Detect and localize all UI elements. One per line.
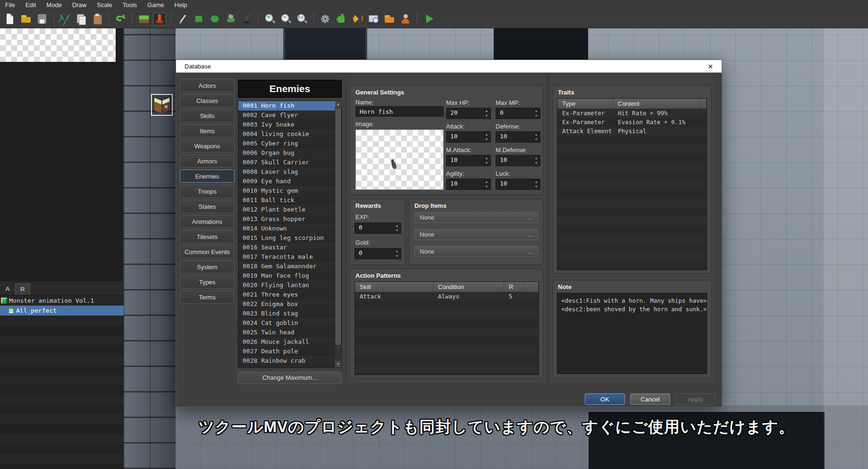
new-project-icon[interactable] [3, 12, 17, 26]
dialog-title-bar[interactable]: Database ✕ [176, 60, 722, 73]
open-project-icon[interactable] [19, 12, 33, 26]
enemy-list-item[interactable]: 0021 Three eyes [238, 290, 341, 299]
category-tab[interactable]: System [180, 260, 235, 273]
zoom-in-icon[interactable] [263, 12, 277, 26]
category-tab[interactable]: Weapons [180, 139, 235, 153]
enemy-list-item[interactable]: 0024 Cat goblin [238, 318, 341, 328]
enemy-list-item[interactable]: 0011 Ball tick [238, 196, 341, 205]
enemy-list-item[interactable]: 0003 Ivy Snake [238, 120, 341, 129]
actual-scale-icon[interactable] [295, 12, 309, 26]
enemy-image-box[interactable] [355, 129, 444, 190]
enemy-list-item[interactable]: 0016 Seastar [238, 243, 341, 252]
scroll-up-icon[interactable] [335, 101, 341, 108]
enemy-list-item[interactable]: 0018 Gem Salamannder [238, 262, 341, 271]
enemy-list-item[interactable]: 0023 Blind stag [238, 309, 341, 318]
stat-value[interactable]: 0 [500, 109, 504, 116]
rectangle-tool-icon[interactable] [192, 12, 205, 26]
menu-item[interactable]: Help [169, 0, 193, 10]
change-maximum-button[interactable]: Change Maximum... [238, 372, 342, 384]
enemy-list-item[interactable]: 0009 Eye hand [238, 177, 341, 186]
apply-button[interactable]: Apply [675, 393, 716, 405]
menu-item[interactable]: Tools [118, 0, 142, 10]
spinner-arrows-icon[interactable] [484, 179, 489, 189]
stat-value[interactable]: 10 [450, 133, 458, 140]
enemy-list-item[interactable]: 0022 Enigma box [238, 299, 341, 309]
event-searcher-icon[interactable] [367, 12, 380, 26]
action-pattern-row[interactable]: Attack Always 5 [355, 292, 539, 301]
enemy-list-item[interactable]: 0015 Long leg scorpion [238, 233, 341, 243]
undo-icon[interactable] [114, 12, 127, 26]
book-event-sprite[interactable] [151, 94, 173, 116]
category-tab[interactable]: Terms [180, 290, 235, 304]
spinner-arrows-icon[interactable] [533, 179, 539, 189]
trait-row[interactable]: Ex-Parameter Evasion Rate + 0.1% [557, 118, 707, 127]
stat-spinner[interactable]: 10 [496, 131, 540, 143]
category-tab[interactable]: Animations [180, 215, 235, 228]
exp-value[interactable]: 0 [359, 224, 362, 231]
resource-item-folder[interactable]: Monster animation Vol.1 [0, 296, 124, 306]
drop-item-button-3[interactable]: None ... [414, 246, 538, 257]
tab-r[interactable]: R [15, 283, 30, 295]
spinner-arrows-icon[interactable] [394, 223, 400, 233]
enemy-list-item[interactable]: 0005 Cyber ring [238, 139, 341, 148]
enemy-list-scrollbar[interactable] [335, 101, 341, 367]
menu-item[interactable]: File [0, 0, 20, 10]
copy-icon[interactable] [75, 12, 88, 26]
stat-spinner[interactable]: 10 [446, 155, 491, 166]
spinner-arrows-icon[interactable] [394, 249, 400, 258]
trait-row[interactable]: Attack Element Physical [557, 127, 707, 136]
menu-item[interactable]: Game [142, 0, 169, 10]
tab-a[interactable]: A [0, 283, 15, 295]
stat-value[interactable]: 10 [500, 156, 507, 163]
category-tab[interactable]: Classes [180, 94, 235, 107]
resource-item-animation[interactable]: All_perfect [0, 306, 124, 316]
gold-spinner[interactable]: 0 [354, 248, 401, 259]
trait-row[interactable]: Ex-Parameter Hit Rate + 99% [557, 109, 707, 118]
ellipse-tool-icon[interactable] [208, 12, 221, 26]
enemy-list-item[interactable]: 0017 Teracotta male [238, 252, 341, 262]
category-tab[interactable]: Skills [180, 109, 235, 122]
note-textarea[interactable]: <desc1:Fish with a horn. Many ships have… [557, 293, 707, 374]
stat-spinner[interactable]: 0 [496, 108, 540, 119]
stat-spinner[interactable]: 10 [446, 131, 491, 143]
character-generator-icon[interactable] [399, 12, 412, 26]
category-tab[interactable]: Tilesets [180, 230, 235, 243]
enemy-list-item[interactable]: 0012 Plant beetle [238, 205, 341, 214]
stat-spinner[interactable]: 20 [446, 108, 491, 119]
stat-value[interactable]: 10 [450, 156, 458, 163]
category-tab[interactable]: Items [180, 124, 235, 137]
enemy-list-item[interactable]: 0001 Horn fish [238, 101, 341, 111]
paste-icon[interactable] [91, 12, 104, 26]
scroll-down-icon[interactable] [335, 361, 341, 367]
menu-item[interactable]: Scale [92, 0, 118, 10]
name-input[interactable] [355, 106, 444, 117]
event-mode-icon[interactable] [153, 12, 166, 26]
shadow-pen-tool-icon[interactable] [240, 12, 253, 26]
close-icon[interactable]: ✕ [706, 62, 715, 71]
stat-spinner[interactable]: 10 [446, 179, 491, 190]
flood-fill-tool-icon[interactable] [224, 12, 237, 26]
database-icon[interactable] [319, 12, 332, 26]
sound-test-icon[interactable] [351, 12, 364, 26]
enemy-list-item[interactable]: 0014 Unknown [238, 224, 341, 233]
stat-value[interactable]: 20 [450, 109, 458, 116]
stat-spinner[interactable]: 10 [496, 179, 540, 190]
category-tab[interactable]: Enemies [180, 170, 235, 183]
category-tab[interactable]: Common Events [180, 245, 235, 258]
spinner-arrows-icon[interactable] [484, 109, 489, 118]
zoom-out-icon[interactable] [279, 12, 293, 26]
enemy-list-item[interactable]: 0028 Rainbow crab [238, 356, 341, 366]
enemy-list-item[interactable]: 0010 Mystic gem [238, 186, 341, 196]
drop-item-button-2[interactable]: None ... [414, 229, 538, 240]
spinner-arrows-icon[interactable] [533, 109, 539, 118]
stat-spinner[interactable]: 10 [496, 155, 540, 166]
enemy-list-item[interactable]: 0025 Twin head [238, 328, 341, 337]
cancel-button[interactable]: Cancel [630, 393, 670, 405]
pencil-tool-icon[interactable] [176, 12, 189, 26]
enemy-list-item[interactable]: 0002 Cave flyer [238, 111, 341, 120]
exp-spinner[interactable]: 0 [354, 222, 401, 234]
spinner-arrows-icon[interactable] [533, 132, 539, 142]
stat-value[interactable]: 10 [450, 180, 458, 187]
enemy-list-item[interactable]: 0008 Laser slag [238, 167, 341, 177]
category-tab[interactable]: Armors [180, 154, 235, 168]
